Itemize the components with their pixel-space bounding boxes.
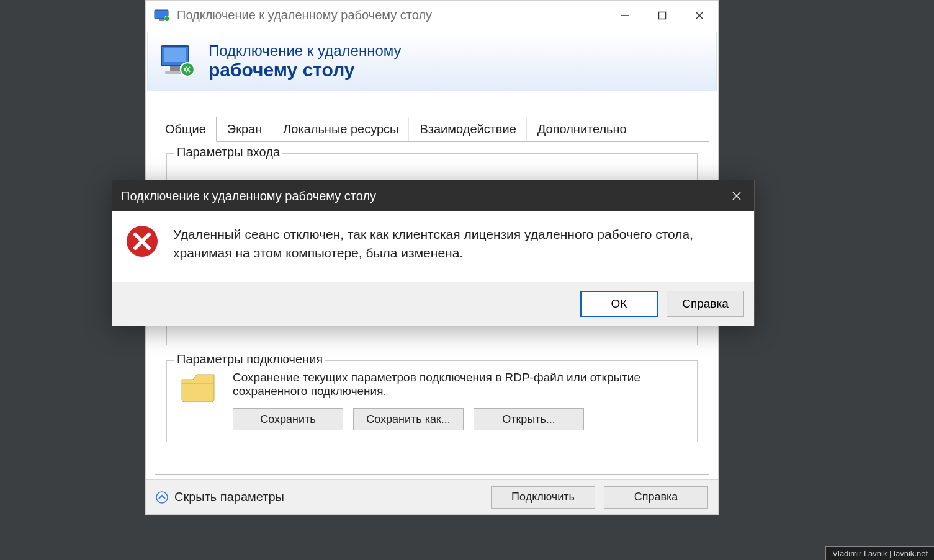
dialog-close-button[interactable] bbox=[719, 180, 754, 211]
group-login-legend: Параметры входа bbox=[174, 145, 282, 159]
dialog-help-button[interactable]: Справка bbox=[667, 291, 744, 317]
banner-text: Подключение к удаленному рабочему столу bbox=[209, 42, 402, 81]
main-title-text: Подключение к удаленному рабочему столу bbox=[177, 8, 432, 22]
dialog-ok-button[interactable]: ОК bbox=[580, 291, 658, 317]
save-as-button[interactable]: Сохранить как... bbox=[353, 408, 464, 430]
svg-rect-9 bbox=[170, 66, 180, 71]
help-button[interactable]: Справка bbox=[604, 486, 708, 509]
group-conn-legend: Параметры подключения bbox=[174, 352, 325, 367]
maximize-button[interactable] bbox=[644, 2, 681, 29]
hide-params-link[interactable]: Скрыть параметры bbox=[156, 490, 284, 504]
tab-advanced[interactable]: Дополнительно bbox=[527, 117, 637, 141]
save-button[interactable]: Сохранить bbox=[233, 408, 343, 430]
tab-general[interactable]: Общие bbox=[155, 117, 217, 142]
dialog-body: Удаленный сеанс отключен, так как клиент… bbox=[112, 211, 754, 282]
error-dialog-wrapper: Подключение к удаленному рабочему столу … bbox=[112, 180, 755, 326]
dialog-titlebar[interactable]: Подключение к удаленному рабочему столу bbox=[112, 180, 754, 211]
svg-rect-1 bbox=[159, 19, 164, 21]
chevron-up-icon bbox=[156, 491, 168, 504]
minimize-button[interactable] bbox=[606, 2, 644, 29]
main-titlebar[interactable]: Подключение к удаленному рабочему столу bbox=[146, 1, 718, 30]
error-dialog: Подключение к удаленному рабочему столу … bbox=[112, 180, 755, 326]
connect-button[interactable]: Подключить bbox=[491, 486, 595, 509]
close-button[interactable] bbox=[681, 2, 718, 29]
watermark: Vladimir Lavnik | lavnik.net bbox=[825, 546, 934, 560]
svg-point-12 bbox=[156, 492, 168, 503]
error-icon bbox=[126, 225, 158, 257]
folder-icon bbox=[179, 371, 217, 404]
banner-line2: рабочему столу bbox=[209, 60, 402, 81]
tab-local-resources[interactable]: Локальные ресурсы bbox=[272, 117, 409, 141]
group-conn-description: Сохранение текущих параметров подключени… bbox=[233, 371, 689, 398]
svg-rect-4 bbox=[659, 12, 666, 19]
svg-rect-8 bbox=[164, 48, 186, 62]
tab-strip: Общие Экран Локальные ресурсы Взаимодейс… bbox=[155, 116, 709, 142]
banner-line1: Подключение к удаленному bbox=[209, 42, 402, 60]
tab-experience[interactable]: Взаимодействие bbox=[409, 117, 526, 141]
hide-params-label: Скрыть параметры bbox=[174, 490, 284, 504]
open-button[interactable]: Открыть... bbox=[474, 408, 584, 430]
dialog-title-text: Подключение к удаленному рабочему столу bbox=[121, 189, 376, 203]
dialog-button-row: ОК Справка bbox=[112, 282, 754, 326]
main-footer: Скрыть параметры Подключить Справка bbox=[146, 479, 718, 514]
svg-point-2 bbox=[164, 16, 170, 21]
tab-screen[interactable]: Экран bbox=[217, 117, 272, 141]
dialog-message: Удаленный сеанс отключен, так как клиент… bbox=[173, 225, 737, 263]
window-controls bbox=[606, 2, 718, 29]
rdp-app-icon bbox=[153, 9, 171, 22]
rdp-banner: Подключение к удаленному рабочему столу bbox=[147, 32, 717, 91]
group-connection-params: Параметры подключения Сохранение текущих… bbox=[166, 360, 698, 442]
rdp-banner-icon bbox=[159, 42, 197, 81]
